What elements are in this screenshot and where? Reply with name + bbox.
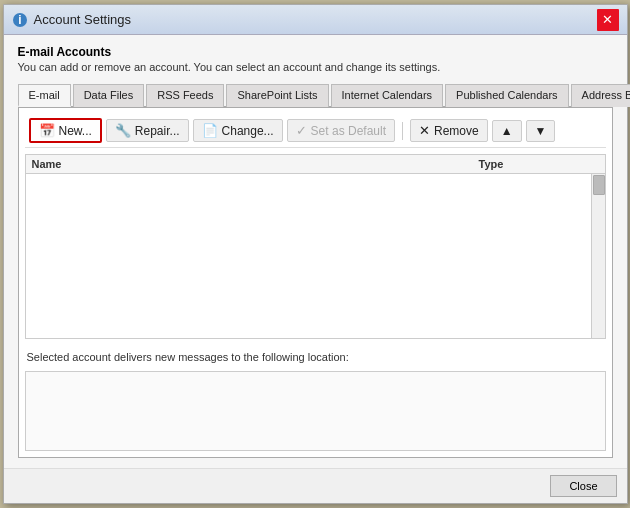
- content-area: E-mail Accounts You can add or remove an…: [4, 35, 627, 468]
- tab-email[interactable]: E-mail: [18, 84, 71, 107]
- email-panel: 📅 New... 🔧 Repair... 📄 Change... ✓ Set a…: [18, 108, 613, 458]
- new-label: New...: [59, 124, 92, 138]
- change-label: Change...: [222, 124, 274, 138]
- tab-rss-feeds[interactable]: RSS Feeds: [146, 84, 224, 107]
- table-header: Name Type: [26, 155, 605, 174]
- col-name-header: Name: [32, 158, 479, 170]
- description-title: E-mail Accounts: [18, 45, 613, 59]
- app-icon: i: [12, 12, 28, 28]
- title-bar: i Account Settings ✕: [4, 5, 627, 35]
- tab-sharepoint-lists[interactable]: SharePoint Lists: [226, 84, 328, 107]
- accounts-table: Name Type: [25, 154, 606, 339]
- repair-icon: 🔧: [115, 123, 131, 138]
- new-button[interactable]: 📅 New...: [29, 118, 102, 143]
- table-body[interactable]: [26, 174, 605, 338]
- description-text: You can add or remove an account. You ca…: [18, 61, 613, 73]
- down-arrow-icon: ▼: [535, 124, 547, 138]
- up-arrow-icon: ▲: [501, 124, 513, 138]
- remove-label: Remove: [434, 124, 479, 138]
- toolbar: 📅 New... 🔧 Repair... 📄 Change... ✓ Set a…: [25, 114, 606, 148]
- change-button[interactable]: 📄 Change...: [193, 119, 283, 142]
- window-bottom-bar: Close: [4, 468, 627, 503]
- tab-internet-calendars[interactable]: Internet Calendars: [331, 84, 444, 107]
- scrollbar-track[interactable]: [591, 174, 605, 338]
- title-bar-left: i Account Settings: [12, 12, 132, 28]
- move-down-button[interactable]: ▼: [526, 120, 556, 142]
- close-bottom-button[interactable]: Close: [550, 475, 616, 497]
- close-button[interactable]: ✕: [597, 9, 619, 31]
- svg-text:i: i: [18, 13, 21, 27]
- set-default-button[interactable]: ✓ Set as Default: [287, 119, 395, 142]
- description-block: E-mail Accounts You can add or remove an…: [18, 45, 613, 73]
- account-settings-window: i Account Settings ✕ E-mail Accounts You…: [3, 4, 628, 504]
- repair-label: Repair...: [135, 124, 180, 138]
- toolbar-separator: [402, 122, 403, 140]
- checkmark-icon: ✓: [296, 123, 307, 138]
- tab-bar: E-mail Data Files RSS Feeds SharePoint L…: [18, 83, 613, 108]
- new-icon: 📅: [39, 123, 55, 138]
- change-icon: 📄: [202, 123, 218, 138]
- scrollbar-thumb[interactable]: [593, 175, 605, 195]
- delivery-location-area: [25, 371, 606, 451]
- remove-icon: ✕: [419, 123, 430, 138]
- tab-address-books[interactable]: Address Books: [571, 84, 630, 107]
- repair-button[interactable]: 🔧 Repair...: [106, 119, 189, 142]
- move-up-button[interactable]: ▲: [492, 120, 522, 142]
- tab-data-files[interactable]: Data Files: [73, 84, 145, 107]
- set-default-label: Set as Default: [311, 124, 386, 138]
- status-text: Selected account delivers new messages t…: [25, 347, 606, 367]
- remove-button[interactable]: ✕ Remove: [410, 119, 488, 142]
- window-title: Account Settings: [34, 12, 132, 27]
- tab-published-calendars[interactable]: Published Calendars: [445, 84, 569, 107]
- col-type-header: Type: [479, 158, 599, 170]
